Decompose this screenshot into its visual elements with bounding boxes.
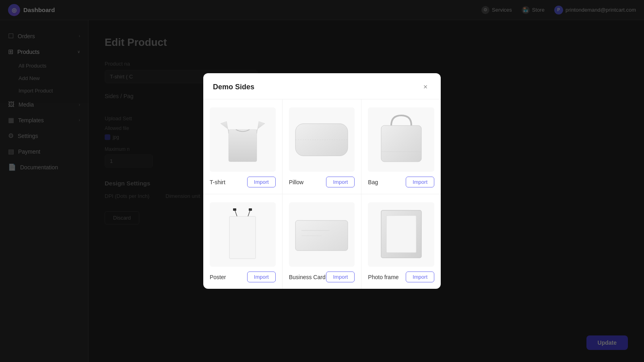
poster-import-button[interactable]: Import	[247, 272, 276, 282]
tshirt-import-button[interactable]: Import	[247, 177, 276, 187]
business-card-import-button[interactable]: Import	[326, 272, 355, 282]
pillow-image-container	[289, 107, 355, 172]
pillow-cell: Pillow Import	[283, 99, 362, 194]
tshirt-footer: T-shirt Import	[210, 177, 276, 187]
bag-name: Bag	[368, 179, 378, 185]
tshirt-image-container	[210, 107, 276, 172]
modal-product-grid: T-shirt Import	[203, 99, 441, 289]
tshirt-name: T-shirt	[210, 179, 225, 185]
poster-image-container	[210, 202, 276, 267]
poster-name: Poster	[210, 274, 226, 280]
svg-rect-16	[386, 216, 416, 253]
poster-cell: Poster Import	[203, 194, 283, 289]
svg-rect-5	[381, 125, 421, 162]
business-card-footer: Business Card Import	[289, 272, 355, 282]
photo-frame-image-container	[368, 202, 434, 267]
photo-frame-import-button[interactable]: Import	[406, 272, 434, 282]
demo-sides-modal: Demo Sides ×	[203, 73, 441, 289]
bag-footer: Bag Import	[368, 177, 434, 187]
bag-cell: Bag Import	[361, 99, 441, 194]
svg-marker-1	[221, 121, 229, 134]
svg-marker-2	[257, 121, 265, 134]
tshirt-cell: T-shirt Import	[203, 99, 283, 194]
pillow-import-button[interactable]: Import	[326, 177, 355, 187]
poster-image	[223, 208, 262, 262]
pillow-footer: Pillow Import	[289, 177, 355, 187]
modal-overlay: Demo Sides ×	[0, 0, 644, 362]
svg-rect-9	[233, 208, 236, 211]
pillow-name: Pillow	[289, 179, 304, 185]
poster-footer: Poster Import	[210, 272, 276, 282]
svg-rect-0	[229, 130, 257, 162]
photo-frame-name: Photo frame	[368, 274, 398, 280]
bag-image	[377, 111, 425, 168]
pillow-image	[293, 119, 350, 161]
modal-header: Demo Sides ×	[203, 73, 441, 99]
photo-frame-cell: Photo frame Import	[361, 194, 441, 289]
tshirt-image	[221, 111, 265, 168]
business-card-name: Business Card	[289, 274, 326, 280]
business-card-image-container	[289, 202, 355, 267]
modal-close-button[interactable]: ×	[420, 81, 431, 93]
business-card-cell: Business Card Import	[283, 194, 362, 289]
photo-frame-footer: Photo frame Import	[368, 272, 434, 282]
business-card-image	[293, 216, 350, 253]
bag-image-container	[368, 107, 434, 172]
svg-rect-10	[249, 208, 252, 211]
photo-frame-image	[379, 208, 423, 261]
svg-rect-11	[229, 216, 256, 259]
bag-import-button[interactable]: Import	[406, 177, 434, 187]
modal-title: Demo Sides	[213, 83, 254, 91]
